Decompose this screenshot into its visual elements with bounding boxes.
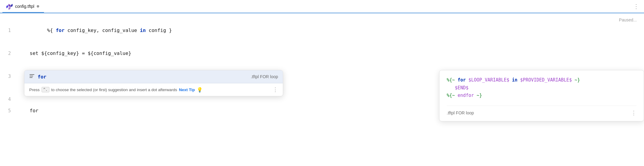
svg-marker-2 <box>6 5 8 8</box>
next-tip-button[interactable]: Next Tip <box>179 88 195 92</box>
editor-area: 1 %{ for config_key, config_value in con… <box>0 13 644 166</box>
line-content-1: %{ for config_key, config_value in confi… <box>18 13 172 48</box>
autocomplete-tip: Press ^. to choose the selected (or firs… <box>24 83 283 96</box>
preview-code-line-3: %{~ endfor ~} <box>447 92 636 100</box>
autocomplete-more-button[interactable]: ⋮ <box>273 86 278 93</box>
svg-rect-5 <box>30 76 33 76</box>
tab-more-button[interactable]: ⋮ <box>631 2 642 11</box>
tip-suffix: to choose the selected (or first) sugges… <box>51 88 177 92</box>
line-number-4: 4 <box>0 94 18 105</box>
code-line-2: 2 set ${config_key} = ${config_value} <box>0 48 644 59</box>
autocomplete-description: .tftpl FOR loop <box>251 74 278 79</box>
line-content-5: for <box>18 105 38 117</box>
svg-marker-3 <box>8 7 10 10</box>
line-number-2: 2 <box>0 48 18 59</box>
svg-rect-4 <box>30 74 34 75</box>
autocomplete-item-icon <box>29 73 35 80</box>
tip-prefix: Press <box>29 88 40 92</box>
code-line-1: 1 %{ for config_key, config_value in con… <box>0 13 644 48</box>
preview-code-line-2: $END$ <box>447 84 636 92</box>
tip-kbd: ^. <box>42 87 49 92</box>
line-number-3: 3 <box>0 71 18 82</box>
tip-bulb-icon: 💡 <box>197 87 203 93</box>
preview-footer: .tftpl FOR loop ⋮ <box>447 106 636 116</box>
tab-title: config.tftpl <box>15 4 34 9</box>
editor-container: config.tftpl ⋮ 1 %{ for config_key, conf… <box>0 0 644 166</box>
line-content-2: set ${config_key} = ${config_value} <box>18 48 131 59</box>
paused-label: Paused... <box>619 18 637 22</box>
autocomplete-keyword: for <box>38 74 46 80</box>
svg-marker-1 <box>11 4 13 7</box>
terraform-logo <box>6 3 13 10</box>
svg-rect-6 <box>30 77 33 78</box>
svg-marker-0 <box>8 4 10 7</box>
autocomplete-header[interactable]: for .tftpl FOR loop <box>24 70 283 83</box>
preview-code-line-1: %{~ for $LOOP_VARIABLE$ in $PROVIDED_VAR… <box>447 76 636 84</box>
preview-code: %{~ for $LOOP_VARIABLE$ in $PROVIDED_VAR… <box>447 76 636 100</box>
preview-panel: %{~ for $LOOP_VARIABLE$ in $PROVIDED_VAR… <box>439 70 644 121</box>
line-number-5: 5 <box>0 105 18 117</box>
autocomplete-popup: for .tftpl FOR loop Press ^. to choose t… <box>24 70 283 96</box>
tab-modified-dot <box>37 5 39 8</box>
line-number-1: 1 <box>0 25 18 36</box>
preview-label: .tftpl FOR loop <box>447 110 474 115</box>
tab-item[interactable]: config.tftpl <box>2 1 44 13</box>
tab-bar: config.tftpl ⋮ <box>0 0 644 13</box>
preview-more-button[interactable]: ⋮ <box>631 110 636 116</box>
